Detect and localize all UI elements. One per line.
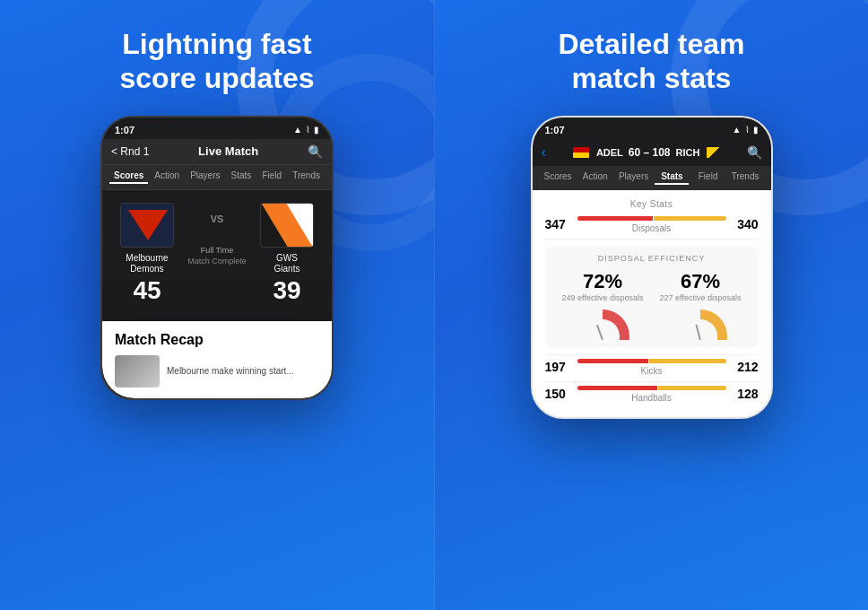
stats-wifi-icon: ⌇	[745, 125, 750, 135]
adel-flag	[573, 147, 589, 158]
match-complete-label: Match Complete	[187, 257, 247, 266]
eff-right-block: 67% 227 effective disposals	[655, 270, 745, 340]
team-right: GWSGiants 39	[251, 203, 323, 305]
stats-signal-icon: ▲	[733, 125, 742, 135]
team-left: MelbourneDemons 45	[111, 203, 183, 305]
kicks-left-val: 197	[545, 360, 577, 374]
rich-flag	[707, 147, 723, 158]
adel-abbr: ADEL	[596, 147, 623, 158]
nav-back-button[interactable]: < Rnd 1	[111, 145, 149, 158]
divider-2	[545, 354, 759, 355]
match-score: 60 – 108	[629, 146, 671, 159]
rich-abbr: RICH	[676, 147, 700, 158]
tab-action[interactable]: Action	[150, 169, 184, 184]
vs-label: VS	[211, 214, 224, 224]
status-icons: ▲ ⌇ ▮	[293, 125, 319, 135]
full-time-label: Full Time	[201, 246, 234, 255]
recap-thumbnail	[115, 355, 160, 388]
handballs-bar-left	[577, 386, 657, 390]
stats-status-bar: 1:07 ▲ ⌇ ▮	[533, 118, 771, 139]
divider-3	[545, 381, 759, 382]
handballs-bar-right	[658, 386, 726, 390]
eff-right-sub: 227 effective disposals	[660, 293, 742, 302]
status-time: 1:07	[115, 125, 135, 135]
team-right-name: GWSGiants	[274, 253, 300, 274]
stats-tab-action[interactable]: Action	[578, 170, 612, 185]
status-bar: 1:07 ▲ ⌇ ▮	[102, 118, 332, 139]
left-phone-mockup: 1:07 ▲ ⌇ ▮ < Rnd 1 Live Match 🔍 Scores A…	[100, 116, 334, 400]
right-panel: Detailed team match stats 1:07 ▲ ⌇ ▮ ‹ A…	[434, 0, 868, 610]
nav-title: Live Match	[149, 144, 308, 158]
eff-left-block: 72% 249 effective disposals	[558, 270, 647, 340]
tab-stats[interactable]: Stats	[227, 169, 256, 184]
teams-row: MelbourneDemons 45 VS Full Time Match Co…	[111, 203, 323, 305]
search-icon[interactable]: 🔍	[308, 144, 323, 159]
key-stats-label: Key Stats	[545, 199, 759, 209]
tab-trends[interactable]: Trends	[288, 169, 325, 184]
stats-tab-stats[interactable]: Stats	[655, 170, 689, 185]
efficiency-section: DISPOSAL EFFICIENCY 72% 249 effective di…	[545, 247, 759, 347]
left-panel: Lightning fast score updates 1:07 ▲ ⌇ ▮ …	[0, 0, 434, 610]
match-content: MelbourneDemons 45 VS Full Time Match Co…	[102, 190, 332, 321]
stats-content: Key Stats 347 Disposals 340 DISPOSAL EFF…	[533, 190, 771, 417]
disposals-bar-left	[577, 216, 653, 221]
handballs-row: 150 Handballs 128	[545, 386, 759, 403]
eff-left-sub: 249 effective disposals	[562, 293, 644, 302]
stats-battery-icon: ▮	[753, 125, 759, 135]
team-left-score: 45	[133, 276, 161, 305]
efficiency-label: DISPOSAL EFFICIENCY	[554, 254, 750, 263]
phone-nav: < Rnd 1 Live Match 🔍	[102, 139, 332, 165]
disposals-bar: Disposals	[577, 216, 726, 233]
stats-tabs: Scores Action Players Stats Field Trends	[533, 166, 771, 190]
team-left-logo	[120, 203, 174, 248]
disposals-right-val: 340	[726, 217, 759, 231]
left-title: Lightning fast score updates	[120, 27, 315, 96]
stats-nav-back[interactable]: ‹	[542, 144, 546, 161]
handballs-left-val: 150	[545, 387, 577, 401]
kicks-bar-left	[577, 359, 648, 363]
efficiency-row: 72% 249 effective disposals 67% 227 effe…	[554, 270, 750, 340]
stats-nav: ‹ ADEL 60 – 108 RICH 🔍	[533, 139, 771, 166]
battery-icon: ▮	[314, 125, 319, 135]
team-left-name: MelbourneDemons	[126, 253, 168, 274]
team-right-logo	[260, 203, 314, 248]
signal-icon: ▲	[293, 125, 302, 135]
tab-players[interactable]: Players	[186, 169, 224, 184]
stats-tab-scores[interactable]: Scores	[540, 170, 577, 185]
eff-right-pct: 67%	[681, 270, 720, 293]
kicks-right-val: 212	[726, 360, 759, 374]
kicks-bar: Kicks	[577, 359, 726, 376]
disposals-bar-right	[654, 216, 726, 221]
recap-text: Melbourne make winning start...	[167, 365, 294, 378]
kicks-row: 197 Kicks 212	[545, 359, 759, 376]
stats-tab-players[interactable]: Players	[614, 170, 653, 185]
handballs-bar: Handballs	[577, 386, 726, 403]
wifi-icon: ⌇	[306, 125, 310, 135]
team-right-score: 39	[273, 276, 300, 305]
disposals-left-val: 347	[545, 217, 577, 231]
phone-tabs: Scores Action Players Stats Field Trends	[102, 165, 332, 190]
kicks-bar-right	[649, 359, 726, 363]
gauge-right	[673, 309, 727, 340]
stats-phone-top: 1:07 ▲ ⌇ ▮ ‹ ADEL 60 – 108 RICH 🔍	[533, 118, 771, 190]
tab-scores[interactable]: Scores	[109, 169, 148, 184]
recap-title: Match Recap	[115, 332, 323, 348]
kicks-label: Kicks	[641, 366, 663, 376]
stats-search-icon[interactable]: 🔍	[747, 145, 762, 160]
disposals-row: 347 Disposals 340	[545, 216, 759, 233]
right-phone-mockup: 1:07 ▲ ⌇ ▮ ‹ ADEL 60 – 108 RICH 🔍	[531, 116, 773, 419]
stats-status-icons: ▲ ⌇ ▮	[733, 125, 759, 135]
stats-nav-teams: ADEL 60 – 108 RICH	[550, 146, 747, 159]
stats-tab-field[interactable]: Field	[690, 170, 725, 185]
gauge-left	[576, 309, 629, 340]
divider-1	[545, 239, 759, 240]
handballs-right-val: 128	[726, 387, 759, 401]
stats-status-time: 1:07	[545, 125, 565, 135]
tab-field[interactable]: Field	[257, 169, 286, 184]
handballs-label: Handballs	[631, 393, 671, 403]
recap-preview: Melbourne make winning start...	[115, 355, 323, 388]
eff-left-pct: 72%	[583, 270, 622, 293]
right-title: Detailed team match stats	[558, 27, 744, 96]
stats-tab-trends[interactable]: Trends	[727, 170, 764, 185]
match-recap-card: Match Recap Melbourne make winning start…	[102, 321, 334, 398]
